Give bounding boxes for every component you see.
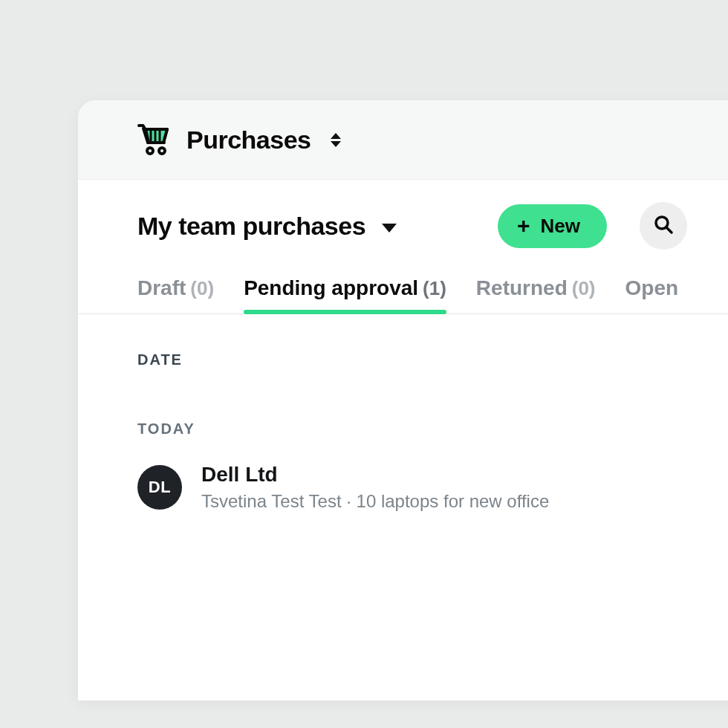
status-tabs: Draft (0) Pending approval (1) Returned … [78,257,728,314]
tab-open[interactable]: Open [625,276,683,313]
tab-label: Pending approval [244,276,418,300]
tab-draft[interactable]: Draft (0) [137,276,214,313]
row-text: Dell Ltd Tsvetina Test Test · 10 laptops… [201,463,549,512]
tab-count: (0) [190,277,214,300]
section-dropdown[interactable]: My team purchases [137,212,397,241]
tab-pending-approval[interactable]: Pending approval (1) [244,276,446,313]
search-icon [653,214,674,238]
tab-returned[interactable]: Returned (0) [476,276,596,313]
app-window: Purchases My team purchases + New [78,100,728,701]
purchase-row[interactable]: DL Dell Ltd Tsvetina Test Test · 10 lapt… [137,463,687,512]
module-title: Purchases [186,126,311,155]
tab-label: Draft [137,276,186,300]
section-header: My team purchases + New [78,180,728,257]
tab-count: (1) [423,277,446,300]
search-button[interactable] [640,202,687,250]
chevron-up-down-icon [331,133,341,147]
list-body: DATE TODAY DL Dell Ltd Tsvetina Test Tes… [78,314,728,701]
group-label-today: TODAY [137,420,687,438]
tab-count: (0) [572,277,596,300]
svg-point-1 [147,148,153,154]
chevron-down-icon [382,224,397,233]
new-button-label: New [541,215,580,238]
tab-label: Open [625,276,679,300]
section-title: My team purchases [137,212,365,241]
plus-icon: + [517,215,530,237]
tab-label: Returned [476,276,568,300]
vendor-avatar: DL [137,465,182,510]
new-button[interactable]: + New [498,204,607,248]
vendor-name: Dell Ltd [201,463,549,487]
row-subtitle: Tsvetina Test Test · 10 laptops for new … [201,491,549,512]
column-header-date: DATE [137,351,687,368]
svg-point-2 [159,148,165,154]
module-switcher[interactable]: Purchases [78,100,728,180]
cart-icon [137,124,170,155]
